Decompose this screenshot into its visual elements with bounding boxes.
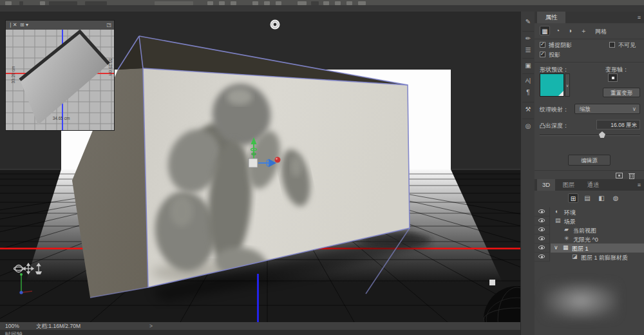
material-icon: ◪ [572,253,578,260]
edit-source-button[interactable]: 编辑源 [568,155,611,166]
tree-label: 无限光 ^0 [573,236,598,244]
brush-presets-icon[interactable]: ✏ [521,35,535,42]
light-icon: ✳ [564,235,569,242]
stamp-icon[interactable]: ▣ [521,62,535,69]
minimap-corner-icon[interactable]: ◳ [106,21,111,30]
mesh-mode-icon[interactable]: ▦ [540,26,550,35]
brush-settings-icon[interactable]: ✎ [521,18,535,25]
camera-target-reticle[interactable] [270,20,280,30]
scene-icon: ▤ [555,217,561,224]
minimap-right-ruler: 53.23 cm [108,59,113,76]
swatch-fold-corner [558,91,564,96]
minimap-header: ❘✕ ⊞ ▾ ◳ [6,21,114,30]
texture-mapping-value: 缩放 [580,106,591,112]
filter-meshes-icon[interactable]: ▤ [582,193,592,203]
top-view-minimap[interactable]: ❘✕ ⊞ ▾ ◳ 33.28 cm 53.23 cm [5,20,115,131]
coordinates-mode-icon[interactable]: ＋ [578,26,589,35]
tree-row-scene[interactable]: ▤ 场景 [535,216,644,225]
visibility-eye-icon[interactable] [535,253,550,262]
filter-scene-icon[interactable]: ⊞ [568,193,578,203]
panel-menu-icon[interactable]: ≡ [638,182,641,188]
minimap-scene: 33.28 cm 53.23 cm 34.65 cm [6,30,114,130]
paragraph-panel-icon[interactable]: ¶ [521,89,535,96]
tree-label: 当前视图 [573,227,596,235]
cast-shadows-label: 投影 [549,51,560,59]
tree-row-environment[interactable]: ◐ 环境 [535,207,644,216]
preset-scroll-strip[interactable]: ∨ [565,73,570,97]
properties-panel: 属性 ≡ ▦ ◔ ◗ ＋ 网格 捕捉阴影 不可见 投影 形状预设： 变形轴： ∨… [535,12,644,179]
tree-label: 环境 [564,209,576,217]
minimap-bottom-ruler: 34.65 cm [53,116,70,120]
tab-channels[interactable]: 通道 [582,179,604,191]
shape-preset-swatch[interactable] [540,73,564,97]
minimap-view-mode-icon[interactable]: ⊞ ▾ [20,21,28,30]
reset-deform-button[interactable]: 重置变形 [603,88,640,97]
extrusion-depth-slider-thumb[interactable] [599,131,605,138]
tab-properties[interactable]: 属性 [537,12,565,23]
zoom-level[interactable]: 100% [5,322,19,330]
tree-row-current-view[interactable]: ▰ 当前视图 [535,225,644,235]
panel-menu-icon[interactable]: ≡ [638,14,641,21]
tools-icon[interactable]: ⚒ [521,106,535,113]
3d-panel-tab-bar: 3D 图层 通道 ≡ [535,179,644,191]
deform-mode-icon[interactable]: ◔ [553,26,563,35]
catch-shadows-checkbox[interactable] [540,42,545,48]
tree-label: 图层 1 [572,245,589,253]
minimap-left-ruler: 33.28 cm [11,66,15,84]
watermark-blur [542,281,620,321]
camera-icon: ▰ [564,226,569,233]
tree-label: 图层 1 前膨胀材质 [581,254,628,262]
minimap-close-icon[interactable]: ❘✕ [8,21,17,30]
invisible-label: 不可见 [618,41,636,50]
options-bar[interactable] [0,0,644,5]
properties-tab-bar: 属性 ≡ [535,12,644,23]
filter-lights-icon[interactable]: ◍ [611,193,621,203]
texture-mapping-label: 纹理映射： [540,106,569,114]
tree-row-layer1-mesh[interactable]: ∨ ▦ 图层 1 [535,244,644,253]
texture-mapping-dropdown[interactable]: 缩放 ∨ [574,104,640,114]
invisible-checkbox[interactable] [609,42,615,48]
visibility-eye-icon[interactable] [535,216,550,225]
chevron-down-icon: ∨ [632,104,636,114]
tree-label: 场景 [564,218,576,226]
creative-cloud-icon[interactable]: ◎ [521,122,535,129]
expand-chevron-icon[interactable]: ∨ [554,244,558,251]
mesh-icon: ▦ [563,244,569,251]
cap-mode-icon[interactable]: ◗ [565,26,576,35]
photoshop-3d-workspace: 5.jpg @ 100% (图层 1, RGB/8#) * × [0,0,644,335]
gizmo-center-cube[interactable] [249,158,258,168]
ground-z-axis-line [257,274,259,322]
3d-panel: 3D 图层 通道 ≡ ⊞ ▤ ◧ ◍ ◐ 环境 ▤ 场景 ▰ 当前视图 ✳ 无限… [535,179,644,335]
clone-source-icon[interactable]: ☰ [521,46,535,53]
environment-icon: ◐ [555,208,558,215]
visibility-eye-icon[interactable] [535,235,550,244]
gizmo-rotate-handle[interactable] [275,157,281,163]
filter-materials-icon[interactable]: ◧ [596,193,607,203]
tab-3d[interactable]: 3D [537,179,555,191]
visibility-eye-icon[interactable] [535,225,550,235]
mode-label: 网格 [595,28,607,36]
tab-bar-background [0,5,644,12]
status-expand-arrow[interactable]: > [149,322,153,330]
cast-shadows-checkbox[interactable] [540,52,545,57]
panel-dock-strip: ✎ ✏ ☰ ▣ A| ¶ ⚒ ◎ [520,12,535,335]
tab-layers[interactable]: 图层 [558,179,580,191]
catch-shadows-label: 捕捉阴影 [549,41,572,50]
visibility-eye-icon[interactable] [535,244,550,253]
extrusion-depth-label: 凸出深度： [540,122,569,130]
extrusion-depth-field[interactable]: 16.08 厘米 [596,120,640,129]
trash-icon[interactable] [629,172,635,179]
deform-axis-widget[interactable] [608,73,618,82]
status-bar: 100% 文档:1.16M/2.70M > [0,322,520,330]
document-info: 文档:1.16M/2.70M [36,322,80,330]
timeline-tab-label[interactable]: 时间轴 [5,330,23,335]
tree-row-infinite-light[interactable]: ✳ 无限光 ^0 [535,235,644,244]
tree-row-layer1-material[interactable]: ◪ 图层 1 前膨胀材质 [535,253,644,262]
timeline-bar[interactable]: 时间轴 [0,330,520,335]
character-panel-icon[interactable]: A| [521,77,535,84]
visibility-eye-icon[interactable] [535,207,550,216]
secondary-view-square[interactable] [489,280,495,285]
extrusion-depth-slider-track[interactable] [540,135,640,136]
snapshot-icon[interactable] [616,173,623,178]
